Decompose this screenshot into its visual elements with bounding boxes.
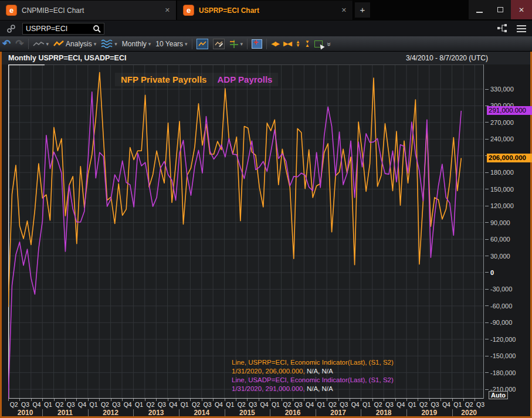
year-separator — [42, 409, 43, 416]
y-axis-label: 60,000 — [490, 236, 530, 243]
menu-icon[interactable] — [517, 23, 526, 34]
year-label: 2011 — [48, 409, 83, 417]
minimize-button[interactable] — [469, 0, 490, 19]
y-axis-tick — [485, 122, 489, 123]
add-window-button[interactable] — [249, 38, 265, 50]
waves-icon — [101, 39, 113, 48]
y-axis-tick — [485, 89, 489, 90]
range-select[interactable]: 10 Years▾ — [153, 38, 189, 50]
year-label: 2017 — [321, 409, 356, 417]
y-axis-tick — [485, 322, 489, 323]
search-input[interactable] — [26, 25, 93, 33]
selection-box-icon — [314, 40, 323, 47]
year-label: 2018 — [366, 409, 401, 417]
y-axis-tick — [485, 256, 489, 256]
minimize-icon — [476, 12, 483, 13]
annotation-line: Line, USPRP=ECI, Economic Indicator(Last… — [232, 358, 394, 367]
y-axis-tick — [485, 206, 489, 206]
year-label: 2015 — [229, 409, 265, 417]
year-separator — [225, 409, 225, 416]
interval-select[interactable]: Monthly▾ — [120, 38, 154, 50]
y-axis-tick — [485, 356, 489, 356]
expand-vertical-button[interactable]: ▲▼ — [293, 38, 303, 50]
annotation-line: 1/31/2020, 291,000.000, N/A, N/A — [232, 385, 394, 393]
redo-button[interactable]: ↷ — [13, 38, 26, 50]
zoom-select-button[interactable] — [312, 38, 325, 50]
y-axis-label: 180,000 — [490, 169, 530, 176]
line-style-button[interactable]: ▾ — [31, 38, 52, 50]
year-label: 2019 — [412, 409, 447, 417]
annotation-line: Line, USADP=ECI, Economic Indicator(Last… — [232, 376, 394, 385]
y-axis-label: 150,000 — [490, 186, 530, 193]
year-separator — [133, 409, 134, 416]
y-axis-tick — [485, 272, 489, 273]
tab-cnpmib-chart[interactable]: e CNPMIB=ECI Chart ✕ — [0, 1, 177, 20]
undo-button[interactable]: ↶ — [0, 38, 13, 50]
year-separator — [88, 409, 89, 416]
y-axis-tick — [485, 389, 489, 390]
y-axis-tick — [485, 289, 489, 290]
year-label: 2020 — [452, 409, 487, 417]
tab-close-icon[interactable]: ✕ — [165, 6, 170, 14]
chart-toolbar: ↶ ↷ ▾ Analysis ▾ ▾ Monthly▾ 10 Years▾ — [0, 36, 532, 52]
y-axis-label: -90,000 — [490, 319, 530, 326]
chart-plot-area[interactable] — [8, 64, 484, 399]
title-bar: e CNPMIB=ECI Chart ✕ e USPRP=ECI Chart ✕… — [0, 0, 532, 21]
new-tab-button[interactable]: + — [355, 2, 370, 18]
auto-scale-button[interactable]: Auto — [489, 391, 508, 399]
y-axis-tick — [485, 189, 489, 189]
series-annotations: Line, USPRP=ECI, Economic Indicator(Last… — [232, 358, 394, 393]
chart-date-range: 3/4/2010 - 8/7/2020 (UTC) — [406, 54, 488, 62]
y-axis-label: 330,000 — [490, 86, 530, 93]
more-tools-button[interactable]: » — [325, 38, 333, 50]
chart-header: Monthly USPRP=ECI, USADP=ECI 3/4/2010 - … — [2, 52, 530, 64]
y-axis-label: 270,000 — [490, 119, 530, 126]
close-button[interactable]: ✕ — [511, 0, 532, 19]
tab-usprp-chart[interactable]: e USPRP=ECI Chart ✕ — [177, 1, 353, 20]
y-axis-label: -60,000 — [490, 303, 530, 310]
y-axis-tick — [485, 222, 489, 223]
y-axis-tick — [485, 139, 489, 140]
search-box — [22, 23, 104, 35]
y-axis-label: 90,000 — [490, 219, 530, 226]
y-axis-label: 240,000 — [490, 135, 530, 142]
year-label: 2016 — [275, 409, 310, 417]
link-icon[interactable] — [6, 24, 16, 33]
search-icon[interactable] — [93, 25, 101, 33]
y-axis-tick — [485, 305, 489, 306]
chart-panel: Monthly USPRP=ECI, USADP=ECI 3/4/2010 - … — [0, 52, 532, 418]
year-separator — [179, 409, 179, 416]
y-axis-label: -30,000 — [490, 286, 530, 293]
chart-title: Monthly USPRP=ECI, USADP=ECI — [8, 54, 126, 62]
legend-adp[interactable]: ADP Payrolls — [217, 74, 272, 84]
analysis-button[interactable]: Analysis ▾ — [51, 38, 99, 50]
flex-layout-icon[interactable] — [497, 24, 507, 33]
chart-edit-button[interactable] — [211, 38, 227, 50]
search-row — [0, 21, 532, 36]
nfp-last-price-badge: 206,000.000 — [487, 154, 532, 162]
legend-nfp[interactable]: NFP Private Payrolls — [121, 74, 206, 84]
tab-label: CNPMIB=ECI Chart — [22, 6, 160, 15]
maximize-icon — [497, 7, 503, 12]
year-separator — [361, 409, 361, 416]
app-logo-icon: e — [183, 5, 194, 16]
chart-type-button[interactable] — [194, 38, 211, 50]
y-axis-tick — [485, 339, 489, 339]
compress-horizontal-button[interactable]: ▶◀ — [281, 38, 293, 50]
y-axis-label: -120,000 — [490, 336, 530, 343]
app-window: e CNPMIB=ECI Chart ✕ e USPRP=ECI Chart ✕… — [0, 0, 532, 418]
crosshair-button[interactable]: ▾ — [227, 38, 246, 50]
year-separator — [316, 409, 316, 416]
smoothing-button[interactable]: ▾ — [99, 38, 120, 50]
tab-close-icon[interactable]: ✕ — [341, 6, 347, 14]
maximize-button[interactable] — [490, 0, 511, 19]
y-axis-label: -150,000 — [490, 352, 530, 359]
app-logo-icon: e — [6, 5, 17, 16]
y-axis-tick — [485, 239, 489, 240]
expand-horizontal-button[interactable]: ◀▶ — [269, 38, 281, 50]
y-axis-label: 30,000 — [490, 253, 530, 260]
year-label: 2012 — [93, 409, 128, 417]
tab-label: USPRP=ECI Chart — [199, 6, 337, 15]
compress-vertical-button[interactable]: ▼▲ — [303, 38, 312, 50]
year-label: 2014 — [184, 409, 219, 417]
